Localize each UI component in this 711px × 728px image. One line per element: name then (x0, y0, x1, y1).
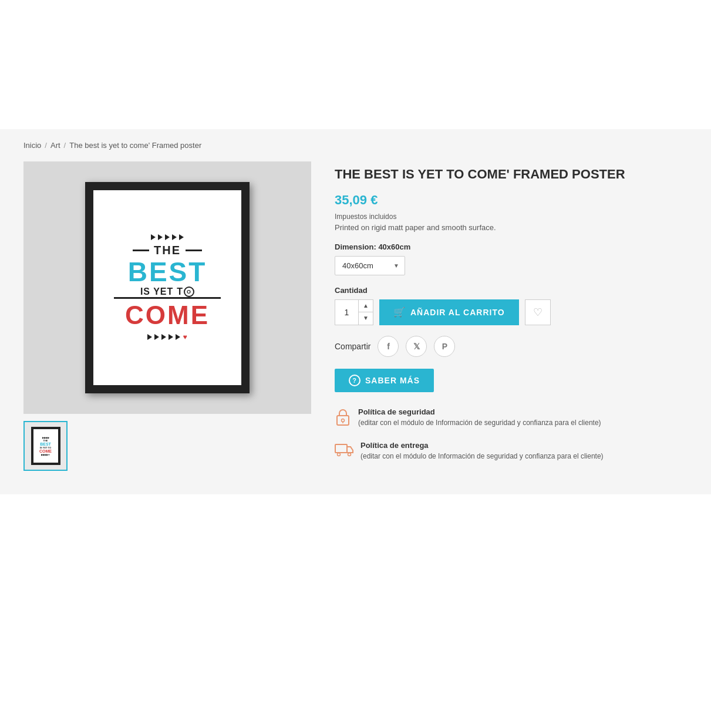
mini-arrows: ▶▶▶▶♥ (41, 453, 49, 456)
cart-icon: 🛒 (393, 306, 406, 318)
arrow3 (165, 234, 170, 240)
poster-best-text: BEST (128, 258, 207, 285)
poster-line-left (133, 250, 149, 251)
arrow-b3 (161, 334, 166, 340)
poster-line-right (186, 250, 202, 251)
product-layout: THE BEST IS YET T O (23, 161, 688, 471)
thumbnail-row: ▶▶▶▶ THE BEST IS YET TO COME ▶▶▶▶♥ (23, 421, 311, 471)
tax-info: Impuestos incluidos (335, 213, 688, 221)
poster-is-yet-to-row: IS YET T O (140, 287, 194, 297)
dimension-select-wrapper: 40x60cm ▼ (335, 256, 405, 275)
poster-is-text: IS YET (140, 287, 173, 297)
product-images: THE BEST IS YET T O (23, 161, 311, 471)
svg-point-4 (338, 453, 341, 456)
dimension-label: Dimension: 40x60cm (335, 242, 688, 251)
poster-o-circle: O (184, 287, 194, 297)
heart-icon: ♡ (533, 306, 542, 319)
thumbnail-1[interactable]: ▶▶▶▶ THE BEST IS YET TO COME ▶▶▶▶♥ (23, 421, 68, 471)
arrow-b2 (154, 334, 159, 340)
policy-security-text: Política de seguridad (editar con el mód… (358, 406, 601, 429)
delivery-icon (335, 441, 353, 461)
facebook-icon: f (387, 342, 390, 351)
quantity-controls: ▲ ▼ (359, 300, 373, 325)
svg-point-1 (342, 419, 345, 422)
add-to-cart-label: AÑADIR AL CARRITO (410, 308, 505, 317)
breadcrumb-home[interactable]: Inicio (23, 141, 41, 150)
policy-security-desc: (editar con el módulo de Información de … (358, 419, 601, 427)
poster-arrows-bottom: ♥ (147, 333, 187, 341)
cantidad-label: Cantidad (335, 286, 688, 295)
product-title: THE BEST IS YET TO COME' FRAMED POSTER (335, 166, 688, 183)
lock-icon (335, 407, 351, 430)
info-policies: Política de seguridad (editar con el mód… (335, 406, 688, 462)
policy-delivery-desc: (editar con el módulo de Información de … (360, 452, 604, 460)
add-to-cart-row: 1 ▲ ▼ 🛒 AÑADIR AL CARRITO ♡ (335, 299, 688, 325)
policy-security: Política de seguridad (editar con el mód… (335, 406, 688, 430)
breadcrumb: Inicio / Art / The best is yet to come' … (23, 141, 688, 150)
poster-frame: THE BEST IS YET T O (85, 182, 250, 393)
product-price: 35,09 € (335, 193, 688, 208)
dimension-select[interactable]: 40x60cm (335, 256, 405, 275)
policy-security-title: Política de seguridad (358, 406, 601, 418)
mini-best: BEST (40, 442, 51, 446)
arrow1 (151, 234, 156, 240)
product-info: THE BEST IS YET TO COME' FRAMED POSTER 3… (335, 161, 688, 461)
quantity-input-wrapper: 1 ▲ ▼ (335, 299, 373, 325)
svg-rect-0 (337, 416, 349, 425)
twitter-share-button[interactable]: 𝕏 (406, 336, 427, 357)
product-description: Printed on rigid matt paper and smooth s… (335, 223, 688, 232)
top-space (0, 0, 711, 129)
quantity-value: 1 (335, 300, 359, 325)
arrow5 (179, 234, 184, 240)
quantity-up-button[interactable]: ▲ (359, 300, 373, 312)
product-section: Inicio / Art / The best is yet to come' … (0, 129, 711, 494)
saber-mas-label: SABER MÁS (365, 376, 420, 385)
thumbnail-frame-mini: ▶▶▶▶ THE BEST IS YET TO COME ▶▶▶▶♥ (31, 427, 60, 465)
poster-heart-icon: ♥ (183, 333, 187, 341)
wishlist-button[interactable]: ♡ (525, 299, 551, 325)
poster-the-text: THE (154, 244, 181, 257)
arrow4 (172, 234, 177, 240)
policy-delivery-title: Política de entrega (360, 440, 604, 451)
poster-come-text: COME (125, 302, 210, 328)
bottom-space (0, 494, 711, 670)
add-to-cart-button[interactable]: 🛒 AÑADIR AL CARRITO (379, 299, 519, 325)
svg-rect-3 (335, 444, 347, 453)
arrow-b5 (176, 334, 180, 340)
breadcrumb-sep1: / (45, 141, 47, 150)
poster-come-line (114, 297, 221, 299)
breadcrumb-sep2: / (64, 141, 66, 150)
arrow-b1 (147, 334, 152, 340)
arrow-b4 (169, 334, 173, 340)
poster-to-wrapper: T O (177, 287, 194, 297)
arrow2 (158, 234, 163, 240)
share-row: Compartir f 𝕏 P (335, 336, 688, 357)
twitter-icon: 𝕏 (413, 342, 420, 351)
facebook-share-button[interactable]: f (378, 336, 399, 357)
thumbnail-inner-mini: ▶▶▶▶ THE BEST IS YET TO COME ▶▶▶▶♥ (33, 429, 58, 463)
mini-come: COME (39, 449, 52, 453)
quantity-down-button[interactable]: ▼ (359, 312, 373, 325)
pinterest-share-button[interactable]: P (434, 336, 455, 357)
svg-point-5 (348, 453, 351, 456)
policy-delivery: Política de entrega (editar con el módul… (335, 440, 688, 462)
poster-arrows-top (151, 234, 184, 240)
poster-the-row: THE (133, 244, 202, 257)
pinterest-icon: P (442, 342, 447, 351)
main-image: THE BEST IS YET T O (23, 161, 311, 414)
poster-t-text: T (177, 287, 183, 297)
page-wrapper: Inicio / Art / The best is yet to come' … (0, 0, 711, 670)
breadcrumb-category[interactable]: Art (50, 141, 60, 150)
question-icon: ? (349, 375, 360, 386)
policy-delivery-text: Política de entrega (editar con el módul… (360, 440, 604, 462)
share-label: Compartir (335, 342, 370, 351)
breadcrumb-current: The best is yet to come' Framed poster (69, 141, 201, 150)
poster-inner: THE BEST IS YET T O (93, 190, 241, 385)
saber-mas-button[interactable]: ? SABER MÁS (335, 369, 434, 392)
